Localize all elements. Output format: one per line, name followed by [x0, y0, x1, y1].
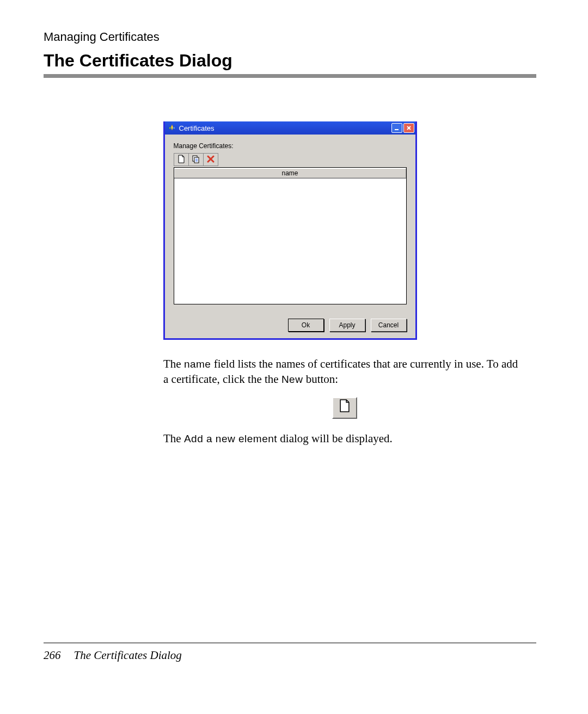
copy-icon	[192, 155, 200, 165]
footer-title: The Certificates Dialog	[74, 649, 182, 662]
certificates-dialog-figure: Certificates Manage Certificates:	[44, 121, 536, 340]
text: The	[163, 357, 184, 370]
delete-x-icon	[207, 155, 215, 164]
svg-rect-0	[395, 129, 399, 130]
text: dialog will be displayed.	[277, 432, 393, 445]
window-controls	[391, 123, 414, 133]
running-header: Managing Certificates	[44, 30, 536, 44]
minimize-button[interactable]	[391, 123, 402, 133]
footer-rule	[44, 643, 536, 643]
new-button-figure	[163, 397, 525, 419]
toolbar	[174, 153, 218, 166]
document-page: Managing Certificates The Certificates D…	[0, 0, 588, 714]
page-footer: 266 The Certificates Dialog	[44, 649, 182, 662]
apply-button[interactable]: Apply	[329, 319, 365, 332]
dialog-title: Certificates	[179, 124, 215, 132]
certificates-list[interactable]: name	[174, 167, 407, 304]
ok-button[interactable]: Ok	[288, 319, 324, 332]
app-icon	[168, 124, 176, 132]
close-button[interactable]	[403, 123, 414, 133]
paragraph-2: The Add a new element dialog will be dis…	[163, 431, 525, 446]
delete-button[interactable]	[204, 154, 218, 166]
dialog-titlebar[interactable]: Certificates	[165, 121, 415, 135]
new-document-icon	[177, 155, 185, 165]
title-rule	[44, 74, 536, 78]
certificates-dialog: Certificates Manage Certificates:	[163, 121, 417, 340]
new-document-icon	[339, 399, 351, 417]
new-button-large	[332, 397, 357, 419]
certificates-list-body[interactable]	[174, 179, 406, 304]
text: field lists the names of certificates th…	[163, 357, 518, 386]
paragraph-1: The name field lists the names of certif…	[163, 356, 525, 387]
code-add-new-element: Add a new element	[184, 433, 277, 444]
copy-button[interactable]	[189, 154, 204, 166]
titlebar-left: Certificates	[168, 124, 215, 132]
text: button:	[303, 373, 338, 386]
dialog-button-row: Ok Apply Cancel	[174, 319, 407, 332]
manage-certificates-label: Manage Certificates:	[174, 142, 407, 150]
dialog-body: Manage Certificates:	[165, 135, 415, 338]
code-name: name	[184, 358, 211, 370]
new-button[interactable]	[174, 154, 189, 166]
cancel-button[interactable]: Cancel	[371, 319, 407, 332]
code-new: New	[281, 374, 303, 385]
page-number: 266	[44, 649, 61, 662]
section-title: The Certificates Dialog	[44, 51, 536, 71]
text: The	[163, 432, 184, 445]
body-text: The name field lists the names of certif…	[163, 356, 525, 446]
column-header-name[interactable]: name	[174, 168, 406, 179]
